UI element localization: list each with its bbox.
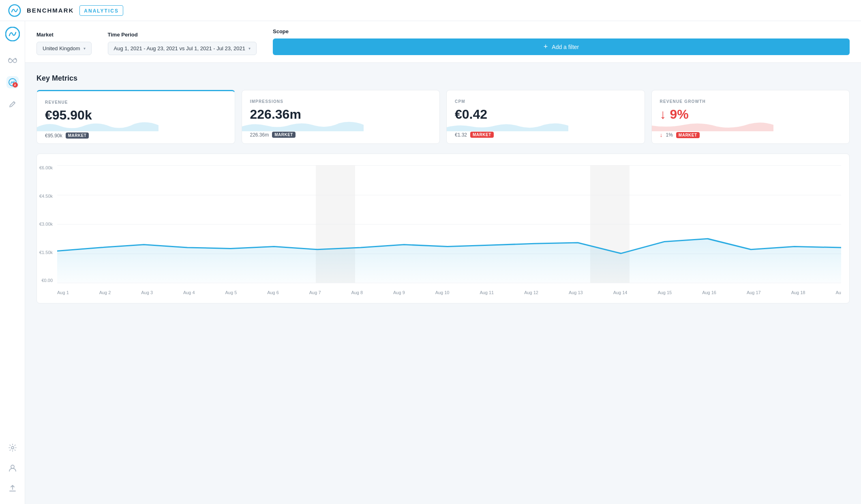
cpm-label: CPM xyxy=(455,99,636,104)
revenue-growth-badge: MARKET xyxy=(676,132,700,138)
x-aug10: Aug 10 xyxy=(435,290,450,295)
x-aug6: Aug 6 xyxy=(267,290,279,295)
time-filter-section: Time Period Aug 1, 2021 - Aug 23, 2021 v… xyxy=(108,32,257,55)
impressions-footer-value: 226.36m xyxy=(250,132,269,138)
add-filter-button[interactable]: + Add a filter xyxy=(273,38,850,55)
topbar: Market United Kingdom ▾ Time Period Aug … xyxy=(25,21,861,63)
x-aug5: Aug 5 xyxy=(225,290,237,295)
pen-nav-icon[interactable] xyxy=(6,98,19,110)
main-content: Market United Kingdom ▾ Time Period Aug … xyxy=(25,21,861,504)
market-chevron-icon: ▾ xyxy=(84,46,86,51)
market-filter-section: Market United Kingdom ▾ xyxy=(36,32,92,55)
x-aug18: Aug 18 xyxy=(791,290,805,295)
impressions-card[interactable]: IMPRESSIONS 226.36m 226.36m MARKET xyxy=(242,90,440,144)
product-name: ANALYTICS xyxy=(84,8,119,14)
export-nav-icon[interactable] xyxy=(6,482,19,494)
impressions-label: IMPRESSIONS xyxy=(250,99,432,104)
x-aug8: Aug 8 xyxy=(351,290,363,295)
revenue-card[interactable]: REVENUE €95.90k €95.90k MARKET xyxy=(36,90,235,144)
cpm-card[interactable]: CPM €0.42 €1.32 MARKET xyxy=(446,90,645,144)
revenue-label: REVENUE xyxy=(45,100,227,105)
line-chart-svg xyxy=(57,165,841,283)
analytics-nav-icon[interactable]: 2 xyxy=(6,76,19,88)
settings-nav-icon[interactable] xyxy=(6,442,19,454)
x-aug16: Aug 16 xyxy=(702,290,716,295)
y-label-0: €0.00 xyxy=(39,278,53,283)
add-filter-label: Add a filter xyxy=(552,44,579,50)
y-axis: €6.00k €4.50k €3.00k €1.50k €0.00 xyxy=(39,165,53,283)
growth-arrow-icon: ↓ xyxy=(660,132,663,138)
x-aug3: Aug 3 xyxy=(141,290,153,295)
x-aug2: Aug 2 xyxy=(99,290,111,295)
x-axis: Aug 1 Aug 2 Aug 3 Aug 4 Aug 5 Aug 6 Aug … xyxy=(57,290,841,295)
x-aug7: Aug 7 xyxy=(309,290,321,295)
market-label: Market xyxy=(36,32,92,38)
x-aug12: Aug 12 xyxy=(524,290,538,295)
page-content: Key Metrics REVENUE €95.90k €95.90k MARK… xyxy=(25,63,861,504)
market-value: United Kingdom xyxy=(43,45,80,51)
brand-name: BENCHMARK xyxy=(27,7,74,14)
x-aug-more: Au xyxy=(835,290,841,295)
revenue-chart: €6.00k €4.50k €3.00k €1.50k €0.00 xyxy=(36,154,850,303)
x-aug15: Aug 15 xyxy=(658,290,672,295)
scope-label: Scope xyxy=(273,28,850,34)
app-logo[interactable] xyxy=(5,27,20,43)
x-aug14: Aug 14 xyxy=(613,290,628,295)
x-aug9: Aug 9 xyxy=(393,290,405,295)
time-value: Aug 1, 2021 - Aug 23, 2021 vs Jul 1, 202… xyxy=(114,45,246,51)
y-label-3k: €3.00k xyxy=(39,222,53,226)
svg-point-4 xyxy=(11,446,14,449)
cpm-badge: MARKET xyxy=(470,132,494,138)
x-aug4: Aug 4 xyxy=(183,290,195,295)
time-chevron-icon: ▾ xyxy=(248,46,251,51)
revenue-growth-card[interactable]: REVENUE GROWTH ↓ 9% ↓ 1% MARKET xyxy=(651,90,850,144)
header-logo xyxy=(8,4,21,17)
metrics-grid: REVENUE €95.90k €95.90k MARKET IMPRESSIO… xyxy=(36,90,850,144)
product-badge: ANALYTICS xyxy=(79,5,123,16)
revenue-footer-value: €95.90k xyxy=(45,133,62,139)
revenue-growth-label: REVENUE GROWTH xyxy=(660,99,842,104)
y-label-6k: €6.00k xyxy=(39,165,53,170)
scope-section: Scope + Add a filter xyxy=(273,28,850,55)
x-aug17: Aug 17 xyxy=(747,290,761,295)
badge-count: 2 xyxy=(13,82,18,88)
chart-area: €6.00k €4.50k €3.00k €1.50k €0.00 xyxy=(57,165,841,295)
app-header: BENCHMARK ANALYTICS xyxy=(0,0,861,21)
x-aug1: Aug 1 xyxy=(57,290,69,295)
plus-icon: + xyxy=(544,43,548,51)
time-label: Time Period xyxy=(108,32,257,38)
y-label-4k5: €4.50k xyxy=(39,194,53,199)
x-aug13: Aug 13 xyxy=(569,290,583,295)
user-nav-icon[interactable] xyxy=(6,462,19,474)
time-dropdown[interactable]: Aug 1, 2021 - Aug 23, 2021 vs Jul 1, 202… xyxy=(108,42,257,55)
revenue-badge: MARKET xyxy=(66,132,89,139)
y-label-1k5: €1.50k xyxy=(39,250,53,255)
market-dropdown[interactable]: United Kingdom ▾ xyxy=(36,42,92,55)
metrics-section-title: Key Metrics xyxy=(36,74,850,83)
svg-point-5 xyxy=(11,465,14,468)
revenue-growth-footer-value: 1% xyxy=(666,132,673,138)
x-aug11: Aug 11 xyxy=(480,290,494,295)
grid-line-100 xyxy=(57,283,841,283)
cpm-footer-value: €1.32 xyxy=(455,132,467,138)
glasses-nav-icon[interactable] xyxy=(6,54,19,66)
sidebar: 2 xyxy=(0,21,25,504)
impressions-badge: MARKET xyxy=(272,132,296,138)
